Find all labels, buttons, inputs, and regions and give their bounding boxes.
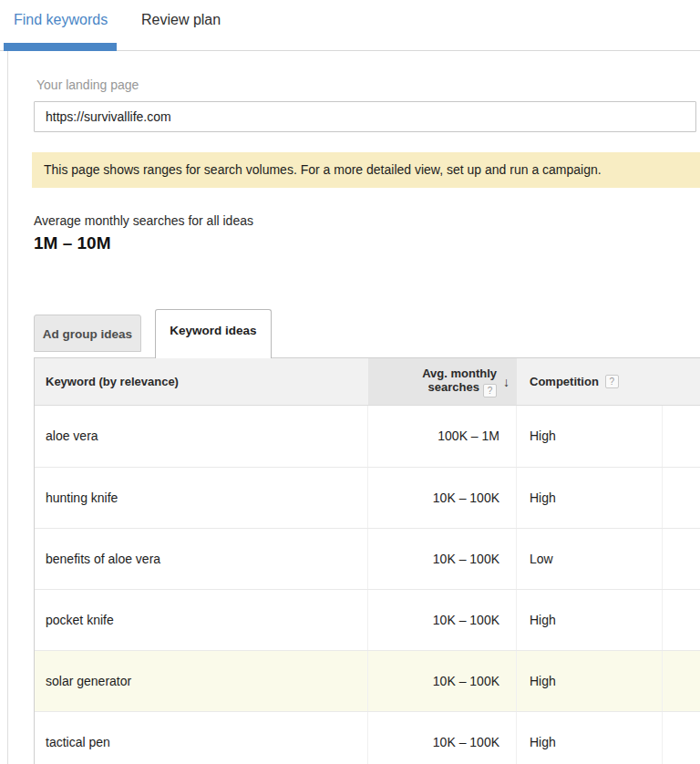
- table-row[interactable]: solar generator 10K – 100K High: [35, 650, 700, 711]
- extra-cell: [663, 590, 700, 650]
- avg-monthly-searches-cell: 10K – 100K: [368, 590, 517, 650]
- table-header-row: Keyword (by relevance) Avg. monthly sear…: [35, 358, 700, 406]
- tab-keyword-ideas[interactable]: Keyword ideas: [155, 309, 272, 358]
- landing-page-input[interactable]: [34, 101, 696, 132]
- extra-cell: [663, 406, 700, 467]
- competition-cell: Low: [517, 529, 663, 589]
- competition-header-label: Competition: [530, 375, 599, 388]
- column-header-avg-monthly-searches[interactable]: Avg. monthly searches? ↓: [368, 358, 517, 405]
- search-volume-notice: This page shows ranges for search volume…: [32, 152, 700, 188]
- avg-monthly-searches-cell: 10K – 100K: [368, 529, 517, 589]
- avg-monthly-searches-cell: 100K – 1M: [368, 406, 517, 467]
- landing-page-label: Your landing page: [36, 77, 139, 92]
- table-row[interactable]: pocket knife 10K – 100K High: [35, 589, 700, 650]
- table-body: aloe vera 100K – 1M High hunting knife 1…: [35, 406, 700, 764]
- table-row[interactable]: hunting knife 10K – 100K High: [35, 467, 700, 528]
- keyword-cell: benefits of aloe vera: [35, 529, 368, 589]
- column-header-keyword[interactable]: Keyword (by relevance): [35, 358, 368, 405]
- competition-cell: High: [517, 651, 663, 711]
- keyword-cell: tactical pen: [35, 712, 368, 764]
- tab-ad-group-ideas[interactable]: Ad group ideas: [34, 315, 141, 352]
- avg-header-line2: searches: [428, 380, 479, 394]
- extra-cell: [663, 651, 700, 711]
- table-row[interactable]: benefits of aloe vera 10K – 100K Low: [35, 528, 700, 589]
- competition-cell: High: [517, 712, 663, 764]
- keyword-cell: hunting knife: [35, 468, 368, 528]
- keyword-cell: aloe vera: [35, 406, 368, 467]
- competition-cell: High: [517, 590, 663, 650]
- table-row[interactable]: aloe vera 100K – 1M High: [35, 406, 700, 467]
- avg-header-line1: Avg. monthly: [422, 367, 497, 380]
- competition-cell: High: [517, 406, 663, 467]
- table-row[interactable]: tactical pen 10K – 100K High: [35, 711, 700, 764]
- keyword-cell: pocket knife: [35, 590, 368, 650]
- avg-monthly-searches-cell: 10K – 100K: [368, 712, 517, 764]
- help-icon[interactable]: ?: [605, 375, 619, 388]
- tab-find-keywords[interactable]: Find keywords: [14, 12, 108, 28]
- help-icon[interactable]: ?: [483, 384, 497, 397]
- column-header-extra: ?: [663, 358, 700, 405]
- extra-cell: [663, 529, 700, 589]
- avg-monthly-searches-header-text: Avg. monthly searches?: [422, 367, 497, 397]
- keyword-ideas-table: Keyword (by relevance) Avg. monthly sear…: [34, 357, 700, 764]
- extra-cell: [663, 712, 700, 764]
- competition-cell: High: [517, 468, 663, 528]
- panel-left-border: [7, 51, 8, 764]
- avg-monthly-searches-label: Average monthly searches for all ideas: [34, 213, 253, 228]
- avg-monthly-searches-cell: 10K – 100K: [368, 468, 517, 528]
- column-header-competition[interactable]: Competition ?: [517, 358, 663, 405]
- sort-descending-icon[interactable]: ↓: [503, 375, 510, 389]
- extra-cell: [663, 468, 700, 528]
- avg-monthly-searches-cell: 10K – 100K: [368, 651, 517, 711]
- avg-header-line2-wrap: searches?: [428, 380, 497, 394]
- tab-review-plan[interactable]: Review plan: [141, 12, 221, 28]
- active-tab-underline: [4, 43, 117, 51]
- keyword-cell: solar generator: [35, 651, 368, 711]
- avg-monthly-searches-value: 1M – 10M: [34, 233, 110, 253]
- page-tabbar: Find keywords Review plan: [0, 0, 700, 51]
